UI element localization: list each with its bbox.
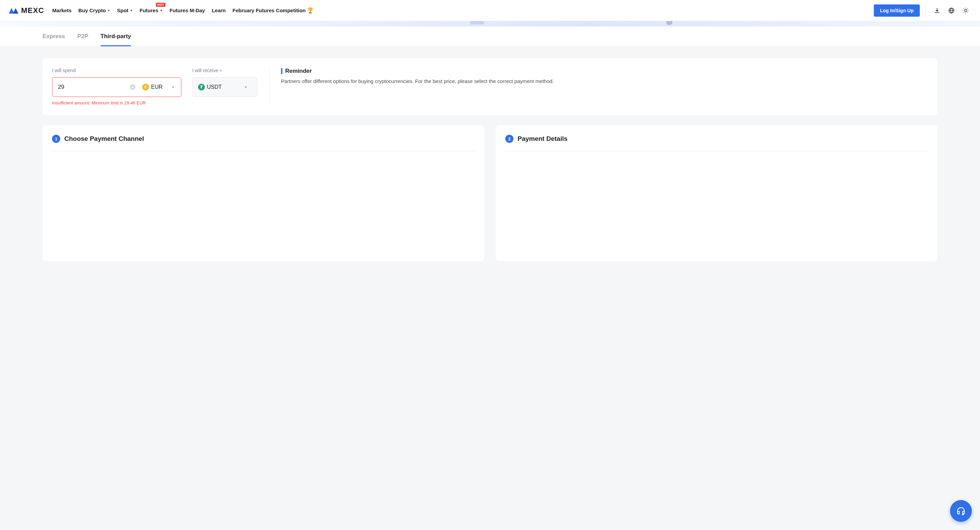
tab-third-party[interactable]: Third-party	[100, 27, 131, 46]
receive-currency: USDT	[207, 84, 222, 90]
reminder-text: Partners offer different options for buy…	[281, 77, 928, 86]
payment-channel-panel: 1 Choose Payment Channel	[43, 125, 484, 261]
eur-icon: €	[142, 84, 149, 90]
caret-down-icon: ▼	[107, 9, 110, 12]
reminder-bar	[281, 68, 282, 74]
banner-strip	[0, 21, 980, 27]
spend-input-box: € EUR ▼	[52, 77, 181, 97]
header-right: Log In/Sign Up	[874, 5, 972, 17]
nav-buy-crypto[interactable]: Buy Crypto ▼	[78, 8, 110, 13]
nav-futures[interactable]: Futures ▼ HOT	[140, 8, 163, 13]
receive-group: I will receive ≈ ₮ USDT ▼	[192, 68, 258, 105]
globe-icon[interactable]	[947, 6, 956, 14]
caret-down-icon: ▼	[244, 86, 248, 89]
step-columns: 1 Choose Payment Channel 2 Payment Detai…	[43, 125, 937, 261]
reminder-section: Reminder Partners offer different option…	[281, 68, 928, 105]
caret-down-icon: ▼	[159, 9, 163, 12]
usdt-icon: ₮	[198, 84, 205, 90]
logo-icon	[8, 6, 19, 14]
step-2-title: Payment Details	[517, 135, 568, 143]
divider	[925, 6, 926, 15]
trophy-icon: 🏆	[307, 7, 314, 14]
spend-label: I will spend	[52, 68, 181, 73]
spend-group: I will spend € EUR ▼ Insuff	[52, 68, 181, 105]
caret-down-icon: ▼	[130, 9, 133, 12]
login-button[interactable]: Log In/Sign Up	[874, 5, 920, 17]
spend-error: Insufficient amount. Minimum limit is 29…	[52, 100, 181, 105]
tab-p2p[interactable]: P2P	[77, 27, 88, 46]
clear-icon[interactable]	[130, 84, 135, 90]
main-header: MEXC Markets Buy Crypto ▼ Spot ▼ Futures…	[0, 0, 980, 21]
spend-input[interactable]	[58, 84, 130, 90]
step-1-title: Choose Payment Channel	[64, 135, 144, 143]
download-icon[interactable]	[933, 6, 941, 14]
content: I will spend € EUR ▼ Insuff	[0, 47, 980, 275]
receive-currency-select[interactable]: ₮ USDT ▼	[192, 77, 258, 97]
nav-spot[interactable]: Spot ▼	[117, 8, 133, 13]
tab-express[interactable]: Express	[43, 27, 65, 46]
step-1-badge: 1	[52, 135, 60, 143]
reminder-title: Reminder	[285, 68, 312, 75]
step-2-badge: 2	[505, 135, 514, 143]
nav-learn[interactable]: Learn	[212, 8, 226, 13]
hot-badge: HOT	[156, 3, 166, 7]
caret-down-icon: ▼	[172, 86, 175, 89]
nav-futures-mday[interactable]: Futures M-Day	[169, 8, 205, 13]
svg-point-1	[965, 9, 967, 11]
nav: Markets Buy Crypto ▼ Spot ▼ Futures ▼ HO…	[52, 7, 314, 14]
logo-text: MEXC	[21, 6, 44, 15]
nav-markets[interactable]: Markets	[52, 8, 72, 13]
spend-currency-select[interactable]: € EUR ▼	[138, 81, 179, 93]
exchange-panel: I will spend € EUR ▼ Insuff	[43, 58, 937, 115]
nav-competition[interactable]: February Futures Competition 🏆	[232, 7, 314, 14]
spend-currency: EUR	[151, 84, 163, 90]
sub-tabs: Express P2P Third-party	[0, 27, 980, 47]
exchange-section: I will spend € EUR ▼ Insuff	[52, 68, 258, 105]
payment-details-panel: 2 Payment Details	[496, 125, 937, 261]
sun-icon[interactable]	[962, 6, 970, 14]
receive-label: I will receive ≈	[192, 68, 258, 73]
logo[interactable]: MEXC	[8, 6, 44, 15]
